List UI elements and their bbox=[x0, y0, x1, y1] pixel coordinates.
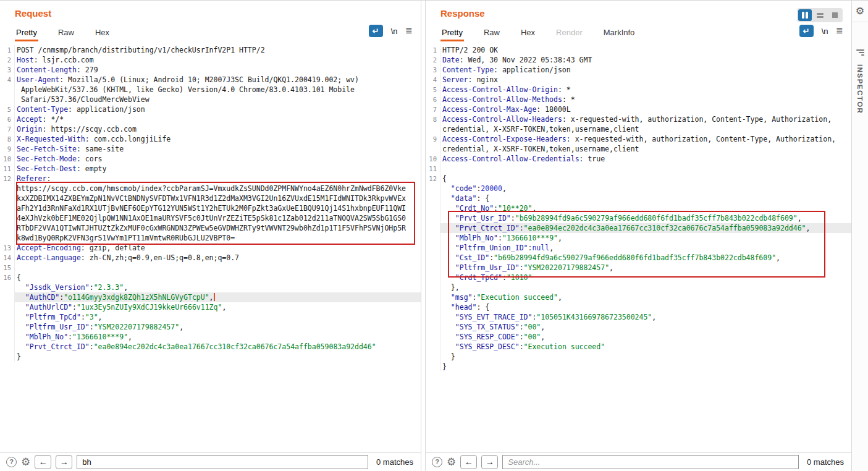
request-tab-row: PrettyRawHex ↵ \n ≡ bbox=[0, 22, 421, 41]
code-line: kxXZDBIMX14ZXBEYmZpN1NvVCtBNDNySVFDTWx1V… bbox=[0, 193, 421, 203]
response-tabs: PrettyRawHexRenderMarkInfo bbox=[440, 25, 636, 41]
panel-menu-icon[interactable]: ≡ bbox=[836, 27, 843, 35]
code-line: "Crdt_TpCd":"1010" bbox=[426, 273, 851, 282]
response-search-input[interactable] bbox=[502, 455, 799, 469]
code-line: "Prvt_Usr_ID":"b69b28994fd9a6c590279af96… bbox=[426, 213, 851, 223]
code-line: AppleWebKit/537.36 (KHTML, like Gecko) V… bbox=[0, 85, 421, 95]
code-line: 6Access-Control-Allow-Methods: * bbox=[426, 95, 851, 104]
request-match-count: 0 matches bbox=[376, 457, 413, 467]
next-match-button[interactable]: → bbox=[481, 455, 498, 469]
code-line: 7Origin: https://scqy.ccb.com bbox=[0, 124, 421, 134]
code-line: } bbox=[426, 362, 851, 371]
wrap-lines-button[interactable]: ↵ bbox=[369, 25, 383, 37]
layout-single-button[interactable] bbox=[828, 9, 841, 21]
response-title-row: Response bbox=[426, 1, 851, 22]
code-line: credential, X-XSRF-TOKEN,token,username,… bbox=[426, 144, 851, 154]
code-line: 3Content-Length: 279 bbox=[0, 65, 421, 75]
request-editor[interactable]: 1POST /cnmsmp/branch/distributing/v1/che… bbox=[0, 41, 421, 452]
code-line: k8wd1ByQ0RpK2VFN3grS1VwYm1PT11mVmtwR0RUb… bbox=[0, 233, 421, 243]
code-line: credential, X-XSRF-TOKEN,token,username,… bbox=[426, 124, 851, 134]
code-line: 4User-Agent: Mozilla/5.0 (Linux; Android… bbox=[0, 75, 421, 85]
rows-layout-icon bbox=[817, 13, 824, 18]
code-line: 6Accept: */* bbox=[0, 114, 421, 124]
code-line: "data": { bbox=[426, 193, 851, 203]
response-panel-title: Response bbox=[440, 8, 485, 19]
code-line: "code":20000, bbox=[426, 184, 851, 193]
code-line: "Cst_ID":"b69b28994fd9a6c590279af966edd6… bbox=[426, 253, 851, 263]
code-line: "SYS_RESP_DESC":"Execution succeed" bbox=[426, 342, 851, 352]
tab-pretty[interactable]: Pretty bbox=[440, 25, 464, 41]
request-code: 1POST /cnmsmp/branch/distributing/v1/che… bbox=[0, 45, 421, 362]
code-line: 7Access-Control-Max-Age: 18000L bbox=[426, 104, 851, 114]
code-line: 1HTTP/2 200 OK bbox=[426, 45, 851, 55]
tab-hex[interactable]: Hex bbox=[94, 25, 111, 41]
layout-rows-button[interactable] bbox=[813, 9, 827, 21]
inspector-label[interactable]: INSPECTOR bbox=[856, 64, 864, 114]
code-line: "Pltfrm_Union_ID":null, bbox=[426, 243, 851, 253]
response-search-bar: ? ⚙ ← → 0 matches bbox=[426, 452, 851, 471]
wrap-lines-button[interactable]: ↵ bbox=[799, 25, 814, 37]
code-line: 12Referer: bbox=[0, 174, 421, 184]
code-line: "MblPh_No":"1366610***9", bbox=[426, 233, 851, 243]
code-line: 11Sec-Fetch-Dest: empty bbox=[0, 164, 421, 174]
code-line: "MblPh_No":"1366610***9", bbox=[0, 332, 421, 342]
code-line: } bbox=[0, 352, 421, 362]
request-title-row: Request bbox=[0, 1, 421, 22]
code-line: "msg":"Execution succeed", bbox=[426, 292, 851, 302]
panel-menu-icon[interactable]: ≡ bbox=[405, 27, 412, 35]
code-line: "Crdt_No":"10**20", bbox=[426, 203, 851, 213]
show-newlines-toggle[interactable]: \n bbox=[822, 27, 828, 36]
tab-raw[interactable]: Raw bbox=[482, 25, 501, 41]
code-line: "Pltfrm_Usr_ID":"YSM202207179882457", bbox=[426, 263, 851, 273]
code-line: "head": { bbox=[426, 302, 851, 312]
code-line: 9Access-Control-Expose-Headers: x-reques… bbox=[426, 134, 851, 144]
help-icon[interactable]: ? bbox=[432, 457, 442, 467]
code-line: 5Access-Control-Allow-Origin: * bbox=[426, 85, 851, 95]
code-line: "SYS_RESP_CODE":"00", bbox=[426, 332, 851, 342]
code-line: 11 bbox=[426, 164, 851, 174]
response-match-count: 0 matches bbox=[807, 457, 844, 467]
code-line: aFh2Y1d3RnNFaXd1RX1UTjBvNEF6OEpYTG12YUN5… bbox=[0, 203, 421, 213]
rail-divider bbox=[852, 22, 868, 22]
request-tabs: PrettyRawHex bbox=[15, 25, 111, 41]
code-line: 5Content-Type: application/json bbox=[0, 104, 421, 114]
tab-markinfo[interactable]: MarkInfo bbox=[602, 25, 636, 41]
next-match-button[interactable]: → bbox=[56, 455, 72, 469]
code-line: 2Host: lsjr.ccb.com bbox=[0, 55, 421, 65]
tab-hex[interactable]: Hex bbox=[520, 25, 536, 41]
search-settings-gear-icon[interactable]: ⚙ bbox=[21, 457, 30, 467]
layout-columns-button[interactable] bbox=[798, 9, 812, 21]
code-line: RTbDF2VVA1QTIwNTJHTUZtZkZxMUF0cGxWRGNDN3… bbox=[0, 223, 421, 233]
panel-divider[interactable] bbox=[421, 1, 426, 471]
code-line: Safari/537.36/CloudMercWebView bbox=[0, 95, 421, 104]
code-line: 4Server: nginx bbox=[426, 75, 851, 85]
previous-match-button[interactable]: ← bbox=[35, 455, 51, 469]
code-line: 15 bbox=[0, 263, 421, 273]
code-line: 16{ bbox=[0, 273, 421, 282]
inspector-collapse-icon[interactable] bbox=[856, 49, 864, 56]
show-newlines-toggle[interactable]: \n bbox=[391, 27, 398, 36]
burp-message-editor-window: Request PrettyRawHex ↵ \n ≡ 1POST /cnmsm… bbox=[0, 0, 868, 471]
code-line: 2Date: Wed, 30 Nov 2022 05:38:43 GMT bbox=[426, 55, 851, 65]
code-line: 14Accept-Language: zh-CN,zh;q=0.9,en-US;… bbox=[0, 253, 421, 263]
code-line: "Pltfrm_Usr_ID":"YSM202207179882457", bbox=[0, 322, 421, 332]
code-line: "Pltfrm_TpCd":"3", bbox=[0, 312, 421, 322]
code-line: 1POST /cnmsmp/branch/distributing/v1/che… bbox=[0, 45, 421, 55]
tab-raw[interactable]: Raw bbox=[57, 25, 75, 41]
request-search-bar: ? ⚙ ← → 0 matches bbox=[0, 452, 421, 471]
code-line: 10Access-Control-Allow-Credentials: true bbox=[426, 154, 851, 164]
response-editor[interactable]: 1HTTP/2 200 OK2Date: Wed, 30 Nov 2022 05… bbox=[426, 41, 851, 452]
code-line: "AuthCD":"o114Gmyy3xdgk8ZQh1zX5hNLGVyGTc… bbox=[0, 292, 421, 302]
code-line: 13Accept-Encoding: gzip, deflate bbox=[0, 243, 421, 253]
tab-pretty[interactable]: Pretty bbox=[15, 25, 38, 41]
settings-gear-icon[interactable]: ⚙ bbox=[856, 6, 864, 16]
code-line: 8X-Requested-With: com.ccb.longjiLife bbox=[0, 134, 421, 144]
inspector-rail: ⚙ INSPECTOR bbox=[851, 1, 868, 471]
code-line: "Prvt_Ctrct_ID":"ea0e894ec202dc4c3a0ea17… bbox=[426, 223, 851, 233]
request-panel: Request PrettyRawHex ↵ \n ≡ 1POST /cnmsm… bbox=[0, 1, 421, 471]
request-search-input[interactable] bbox=[77, 455, 368, 469]
wrap-icon: ↵ bbox=[373, 27, 379, 36]
previous-match-button[interactable]: ← bbox=[460, 455, 477, 469]
search-settings-gear-icon[interactable]: ⚙ bbox=[447, 457, 456, 467]
help-icon[interactable]: ? bbox=[6, 457, 17, 467]
